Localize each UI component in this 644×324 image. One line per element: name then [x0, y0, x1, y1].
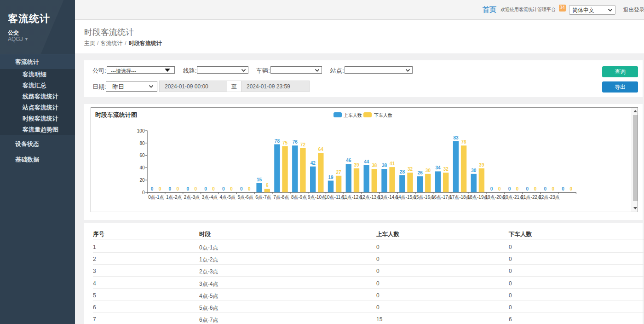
svg-text:32: 32	[408, 167, 413, 172]
svg-text:0: 0	[569, 186, 572, 191]
svg-text:75: 75	[282, 140, 288, 145]
svg-text:0: 0	[562, 186, 564, 191]
svg-text:3点-4点: 3点-4点	[202, 195, 218, 200]
svg-text:5点-6点: 5点-6点	[237, 195, 253, 200]
svg-text:38: 38	[372, 163, 377, 168]
svg-text:0: 0	[534, 186, 537, 191]
svg-text:0: 0	[222, 186, 225, 191]
svg-text:32: 32	[443, 167, 449, 172]
svg-text:72: 72	[300, 142, 306, 147]
svg-text:64: 64	[318, 147, 324, 152]
svg-text:46: 46	[346, 158, 351, 163]
svg-text:83: 83	[453, 135, 459, 140]
svg-text:0: 0	[552, 186, 555, 191]
svg-text:80: 80	[139, 141, 145, 146]
svg-text:44: 44	[364, 159, 369, 164]
svg-text:26: 26	[418, 170, 423, 175]
svg-text:30: 30	[426, 168, 431, 173]
svg-text:22点-23点: 22点-23点	[539, 195, 560, 200]
svg-text:0: 0	[508, 186, 511, 191]
svg-text:4点-5点: 4点-5点	[220, 195, 236, 200]
svg-text:100: 100	[137, 128, 145, 133]
svg-text:34: 34	[436, 165, 441, 170]
svg-text:60: 60	[139, 153, 145, 158]
svg-text:0: 0	[526, 186, 529, 191]
svg-text:6: 6	[266, 183, 269, 188]
svg-text:7点-8点: 7点-8点	[273, 195, 289, 200]
svg-text:39: 39	[479, 162, 484, 168]
svg-text:20: 20	[139, 178, 145, 183]
svg-text:8点-9点: 8点-9点	[291, 195, 307, 200]
svg-text:0: 0	[177, 186, 179, 191]
svg-text:0: 0	[240, 186, 243, 191]
svg-text:1点-2点: 1点-2点	[166, 195, 182, 200]
svg-text:76: 76	[293, 139, 298, 145]
svg-text:40: 40	[139, 165, 145, 170]
svg-text:15: 15	[257, 177, 262, 182]
svg-text:0: 0	[212, 186, 215, 191]
svg-text:0: 0	[498, 186, 501, 191]
svg-text:0: 0	[186, 186, 189, 191]
svg-text:76: 76	[461, 139, 467, 145]
svg-text:0: 0	[544, 186, 546, 191]
svg-text:28: 28	[400, 169, 405, 174]
svg-text:0: 0	[142, 190, 145, 195]
svg-text:9点-10点: 9点-10点	[308, 195, 326, 200]
svg-text:41: 41	[390, 161, 395, 166]
svg-text:0: 0	[248, 186, 251, 191]
svg-text:42: 42	[310, 161, 316, 166]
svg-text:6点-7点: 6点-7点	[255, 195, 271, 200]
svg-text:0: 0	[490, 186, 493, 191]
svg-text:2点-3点: 2点-3点	[184, 195, 200, 200]
svg-text:0: 0	[151, 186, 154, 191]
svg-text:0: 0	[204, 186, 207, 191]
svg-text:19: 19	[328, 175, 334, 180]
svg-text:0: 0	[169, 186, 172, 191]
svg-text:39: 39	[354, 162, 359, 168]
svg-text:27: 27	[336, 170, 342, 175]
svg-text:30: 30	[471, 168, 477, 173]
svg-text:0: 0	[516, 186, 519, 191]
svg-text:0点-1点: 0点-1点	[148, 195, 164, 200]
svg-text:38: 38	[382, 163, 387, 168]
svg-text:0: 0	[159, 186, 161, 191]
svg-text:0: 0	[230, 186, 233, 191]
svg-text:78: 78	[275, 139, 280, 144]
svg-text:0: 0	[195, 186, 197, 191]
